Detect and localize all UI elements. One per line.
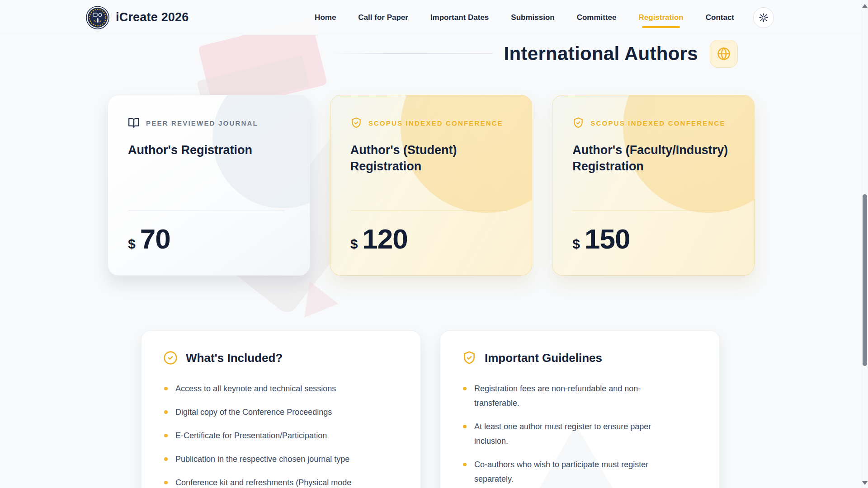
list-item: Publication in the respective chosen jou…: [163, 452, 369, 466]
nav-link-important-dates[interactable]: Important Dates: [430, 13, 489, 22]
currency-symbol: $: [128, 236, 136, 252]
card-badge: SCOPUS INDEXED CONFERENCE: [572, 117, 734, 129]
card-divider: [128, 211, 285, 211]
price-amount: 70: [140, 223, 170, 255]
card-badge-label: SCOPUS INDEXED CONFERENCE: [590, 119, 725, 127]
sun-icon: [759, 13, 769, 23]
card-title: Author's (Faculty/Industry) Registration: [572, 142, 731, 174]
info-cards-row: What's Included? Access to all keynote a…: [141, 330, 720, 488]
pricing-cards-row: PEER REVIEWED JOURNAL Author's Registrat…: [108, 95, 755, 276]
info-card-title: What's Included?: [186, 351, 283, 365]
nav-link-registration[interactable]: Registration: [639, 13, 684, 22]
included-list: Access to all keynote and technical sess…: [163, 381, 399, 488]
price-amount: 150: [585, 223, 630, 255]
globe-icon: [717, 47, 731, 61]
price: $ 120: [350, 223, 512, 255]
circle-check-icon: [163, 351, 178, 365]
scrollbar-thumb[interactable]: [863, 194, 867, 366]
header: iCreate 2026 Home Call for Paper Importa…: [0, 0, 861, 35]
price: $ 70: [128, 223, 290, 255]
whats-included-card: What's Included? Access to all keynote a…: [141, 330, 421, 488]
page-title: International Authors: [504, 43, 698, 65]
card-divider: [572, 211, 729, 211]
scrollbar-up-button[interactable]: [862, 3, 868, 9]
nav-link-committee[interactable]: Committee: [577, 13, 617, 22]
pricing-card-student: SCOPUS INDEXED CONFERENCE Author's (Stud…: [330, 95, 533, 276]
list-item: Access to all keynote and technical sess…: [163, 381, 369, 396]
currency-symbol: $: [572, 236, 580, 252]
main-nav: Home Call for Paper Important Dates Subm…: [315, 7, 774, 28]
heading-divider-line: [333, 53, 492, 54]
scrollbar-down-button[interactable]: [862, 480, 868, 486]
card-badge: SCOPUS INDEXED CONFERENCE: [350, 117, 512, 129]
list-item: At least one author must register to ens…: [462, 419, 668, 448]
conference-emblem-logo: [86, 6, 109, 29]
shield-check-icon: [462, 351, 476, 365]
pricing-card-faculty-industry: SCOPUS INDEXED CONFERENCE Author's (Facu…: [552, 95, 755, 276]
shield-check-icon: [572, 117, 584, 129]
info-card-header: What's Included?: [163, 351, 399, 365]
important-guidelines-card: Important Guidelines Registration fees a…: [440, 330, 720, 488]
price-amount: 120: [362, 223, 407, 255]
section-heading-row: International Authors: [0, 40, 861, 68]
list-item: E-Certificate for Presentation/Participa…: [163, 428, 369, 443]
nav-link-submission[interactable]: Submission: [511, 13, 554, 22]
list-item: Co-authors who wish to participate must …: [462, 457, 668, 486]
nav-link-contact[interactable]: Contact: [706, 13, 734, 22]
currency-symbol: $: [350, 236, 358, 252]
info-card-header: Important Guidelines: [462, 351, 698, 365]
pricing-card-journal: PEER REVIEWED JOURNAL Author's Registrat…: [108, 95, 310, 276]
info-card-title: Important Guidelines: [485, 351, 602, 365]
card-badge-label: SCOPUS INDEXED CONFERENCE: [368, 119, 503, 127]
scrollbar[interactable]: [861, 0, 868, 488]
card-title: Author's (Student) Registration: [350, 142, 509, 174]
brand: iCreate 2026: [86, 6, 189, 29]
price: $ 150: [572, 223, 734, 255]
shield-check-icon: [350, 117, 362, 129]
guidelines-list: Registration fees are non-refundable and…: [462, 381, 698, 486]
nav-link-call-for-paper[interactable]: Call for Paper: [358, 13, 408, 22]
list-item: Conference kit and refreshments (Physica…: [163, 475, 369, 488]
book-open-icon: [128, 117, 140, 129]
list-item: Registration fees are non-refundable and…: [462, 381, 668, 410]
card-divider: [350, 211, 507, 211]
registration-page: iCreate 2026 Home Call for Paper Importa…: [0, 0, 868, 488]
card-title: Author's Registration: [128, 142, 286, 159]
theme-toggle-button[interactable]: [753, 7, 774, 28]
brand-name: iCreate 2026: [116, 10, 189, 24]
card-badge-label: PEER REVIEWED JOURNAL: [146, 119, 258, 127]
list-item: Digital copy of the Conference Proceedin…: [163, 405, 369, 419]
card-badge: PEER REVIEWED JOURNAL: [128, 117, 290, 129]
nav-link-home[interactable]: Home: [315, 13, 336, 22]
globe-button[interactable]: [710, 40, 738, 68]
